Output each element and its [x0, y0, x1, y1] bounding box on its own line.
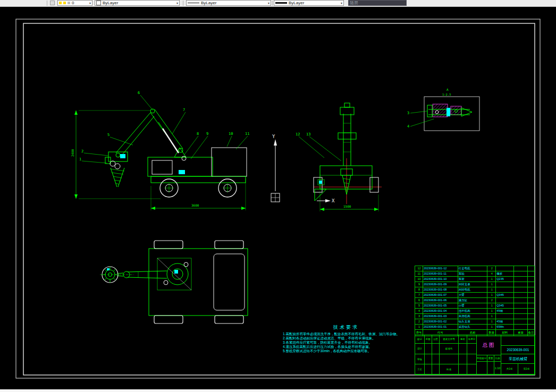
- side-view: [105, 109, 247, 197]
- technical-note-line: 2.装配时各运动副应保证运动灵活、平稳，不得有卡滞现象。: [283, 336, 409, 340]
- bom-cell-note: [527, 309, 534, 313]
- detail-view: [424, 97, 479, 131]
- table-row: 3 20230639-001-03 夹持机构 1: [415, 313, 534, 319]
- technical-notes-title: 技术要求: [283, 324, 409, 331]
- plotstyle-combo[interactable]: 随层 ▾: [348, 0, 407, 6]
- bom-cell-code: 20230639-001-10: [423, 277, 458, 282]
- title-block-number-area: 20230639-001 采苗机械臂 共1张 第1张: [501, 335, 535, 374]
- technical-notes-lines: 1.装配前所有零件必须清洗干净，配合表面不得有毛刺、铁屑、油污等杂物。2.装配时…: [283, 332, 409, 353]
- toolbar-separator: [47, 1, 47, 6]
- bom-cell-qty: 1: [487, 303, 495, 308]
- bom-cell-material: 65Mn: [495, 325, 513, 329]
- tb-sheet-total: 共1张: [501, 364, 518, 374]
- technical-note-line: 5.整机空载试运转不少于30min，各机构动作应准确可靠。: [283, 349, 409, 353]
- callout-8: 8: [197, 132, 199, 136]
- color-combo[interactable]: ByLayer ▾: [95, 0, 180, 6]
- callout-6: 6: [138, 91, 140, 95]
- linetype-combo-value: ByLayer: [201, 1, 216, 5]
- bom-cell-weight: [513, 287, 527, 292]
- front-view-callout-leaders: [299, 137, 341, 161]
- bom-cell-material: Q345: [495, 303, 513, 308]
- toolbar-separator: [272, 1, 273, 6]
- lineweight-combo[interactable]: ByLayer ▾: [274, 0, 344, 6]
- chevron-down-icon: ▾: [176, 1, 178, 5]
- dimension-front-width: 1500: [343, 204, 351, 208]
- bom-cell-index: 7: [415, 293, 423, 297]
- tb-label-process: 工艺: [415, 364, 425, 374]
- bom-cell-name: 车架: [458, 277, 487, 282]
- tb-label-designer: 设计: [415, 344, 425, 354]
- toolbar-separator: [183, 1, 183, 6]
- bom-cell-index: 3: [415, 314, 423, 319]
- bom-cell-note: [527, 271, 534, 276]
- side-view-callout-leaders: [82, 95, 248, 163]
- color-swatch-icon: [96, 1, 101, 5]
- bom-cell-material: 45钢: [495, 309, 513, 313]
- callout-3: 3: [407, 111, 409, 115]
- bom-cell-code: 20230639-001-11: [423, 271, 458, 276]
- bom-cell-name: 连杆机构: [458, 309, 487, 313]
- bom-cell-index: 6: [415, 298, 423, 303]
- drawing-title: 总图: [477, 335, 501, 355]
- dimension-side-length: 3600: [191, 203, 199, 207]
- bom-cell-note: [527, 325, 534, 329]
- bom-cell-note: [527, 303, 534, 308]
- bom-cell-index: 11: [415, 271, 423, 276]
- bom-cell-material: 橡胶: [495, 271, 513, 276]
- bom-cell-code: 20230639-001-05: [423, 303, 458, 308]
- callout-10: 10: [229, 132, 233, 136]
- bom-cell-code: 20230639-001-01: [423, 325, 458, 329]
- bom-cell-name: 大臂: [458, 293, 487, 297]
- bom-cell-name: 车轮: [458, 271, 487, 276]
- plotstyle-combo-value: 随层: [350, 0, 358, 6]
- callout-9: 9: [206, 132, 208, 136]
- bom-cell-index: 4: [415, 309, 423, 313]
- linetype-combo[interactable]: ByLayer ▾: [186, 0, 271, 6]
- tb-label-scale: 比例: [494, 355, 501, 362]
- bom-cell-weight: [513, 325, 527, 329]
- tb-cell-empty: [459, 344, 467, 354]
- callout-7: 7: [183, 108, 185, 112]
- bom-cell-name: 回转支承: [458, 282, 487, 287]
- product-name: 采苗机械臂: [501, 354, 535, 364]
- layer-combo[interactable]: 0 ▾: [57, 0, 92, 6]
- bom-cell-weight: [513, 282, 527, 287]
- table-row: 1 20230639-001-01 采苗钻头 1 65Mn: [415, 324, 534, 329]
- tb-cell-empty: [459, 364, 467, 374]
- bom-cell-qty: 1: [487, 282, 495, 287]
- bom-cell-material: 45钢: [495, 319, 513, 324]
- bom-cell-material: [495, 314, 513, 319]
- tb-cell-empty: [459, 354, 467, 364]
- technical-notes: 技术要求 1.装配前所有零件必须清洗干净，配合表面不得有毛刺、铁屑、油污等杂物。…: [283, 324, 409, 353]
- linetype-sample-icon: [188, 3, 199, 3]
- bom-cell-qty: 1: [487, 309, 495, 313]
- table-row: 4 20230639-001-04 连杆机构 1 45钢: [415, 308, 534, 313]
- front-view: [314, 103, 382, 204]
- bom-cell-material: Q345: [495, 293, 513, 297]
- bom-cell-weight: [513, 266, 527, 271]
- tb-label-approve: 批准: [440, 364, 459, 374]
- dimension-side-height: 2400: [71, 149, 74, 157]
- title-block-revision-area: 标记 处数 分区 更改文件号 签名 年月日 设计 标准化 审核: [415, 335, 477, 374]
- chevron-down-icon: ▾: [268, 1, 269, 5]
- bom-cell-qty: 1: [487, 287, 495, 292]
- bom-cell-note: [527, 282, 534, 287]
- window-bottom-edge: [0, 389, 556, 392]
- bom-cell-weight: [513, 293, 527, 297]
- bom-cell-index: 12: [415, 266, 423, 271]
- detail-view-scale: 1:2.5: [442, 93, 451, 96]
- table-row: 8 20230639-001-08 回转电机 1: [415, 287, 534, 292]
- bom-cell-material: [495, 266, 513, 271]
- bom-cell-qty: 4: [487, 271, 495, 276]
- bom-cell-weight: [513, 314, 527, 319]
- tb-cell-empty: [467, 364, 477, 374]
- layer-properties-icon[interactable]: [50, 1, 55, 5]
- bom-cell-code: 20230639-001-03: [423, 314, 458, 319]
- tb-label-checker: 审核: [415, 354, 425, 364]
- bom-cell-qty: 1: [487, 277, 495, 282]
- tb-label-date: 年月日: [467, 335, 477, 344]
- bom-cell-index: 9: [415, 282, 423, 287]
- callout-13: 13: [306, 132, 310, 137]
- bom-cell-code: 20230639-001-06: [423, 298, 458, 303]
- bom-cell-weight: [513, 298, 527, 303]
